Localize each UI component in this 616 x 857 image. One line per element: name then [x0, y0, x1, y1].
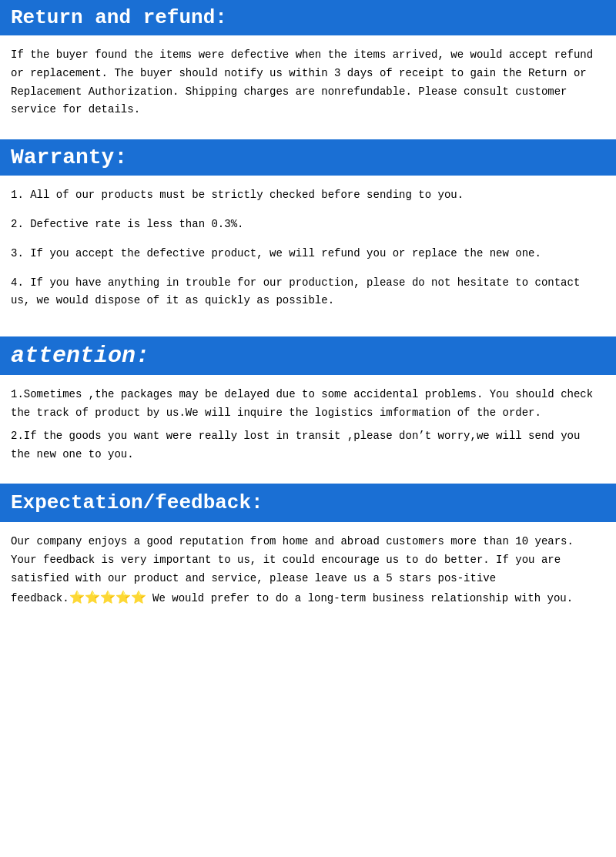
warranty-item-1: 1. All of our products must be strictly …	[11, 186, 605, 205]
return-refund-content: If the buyer found the items were defect…	[0, 35, 616, 139]
attention-section: attention: 1.Sometimes ,the packages may…	[0, 336, 616, 484]
attention-title: attention:	[11, 343, 149, 369]
attention-text-1: Sometimes ,the packages may be delayed d…	[11, 388, 593, 419]
attention-content: 1.Sometimes ,the packages may be delayed…	[0, 375, 616, 484]
warranty-item-3: 3. If you accept the defective product, …	[11, 245, 605, 263]
warranty-item-4: 4. If you have anything in trouble for o…	[11, 274, 605, 311]
attention-item-2: 2.If the goods you want were really lost…	[11, 427, 605, 464]
expectation-text-after: We would prefer to do a long-term busine…	[146, 592, 574, 604]
warranty-item-2: 2. Defective rate is less than 0.3%.	[11, 216, 605, 234]
warranty-text-2: 2. Defective rate is less than 0.3%.	[11, 218, 243, 230]
attention-text-2: If the goods you want were really lost i…	[11, 430, 580, 460]
expectation-text: Our company enjoys a good reputation fro…	[11, 533, 605, 609]
return-refund-section: Return and refund: If the buyer found th…	[0, 0, 616, 139]
attention-label-2: 2.	[11, 430, 24, 442]
expectation-content: Our company enjoys a good reputation fro…	[0, 522, 616, 629]
return-refund-header: Return and refund:	[0, 0, 616, 35]
warranty-title: Warranty:	[11, 146, 127, 169]
warranty-text-3: 3. If you accept the defective product, …	[11, 247, 541, 259]
expectation-section: Expectation/feedback: Our company enjoys…	[0, 484, 616, 629]
attention-label-1: 1.	[11, 388, 24, 400]
expectation-title: Expectation/feedback:	[11, 491, 263, 514]
warranty-content: 1. All of our products must be strictly …	[0, 176, 616, 336]
warranty-text-4: 4. If you have anything in trouble for o…	[11, 276, 580, 307]
warranty-section: Warranty: 1. All of our products must be…	[0, 139, 616, 336]
warranty-header: Warranty:	[0, 139, 616, 176]
attention-item-1: 1.Sometimes ,the packages may be delayed…	[11, 386, 605, 423]
attention-header: attention:	[0, 336, 616, 375]
return-refund-text: If the buyer found the items were defect…	[11, 46, 605, 119]
warranty-text-1: 1. All of our products must be strictly …	[11, 189, 464, 201]
expectation-header: Expectation/feedback:	[0, 484, 616, 522]
expectation-stars: ⭐⭐⭐⭐⭐	[69, 591, 146, 605]
return-refund-title: Return and refund:	[11, 6, 227, 29]
